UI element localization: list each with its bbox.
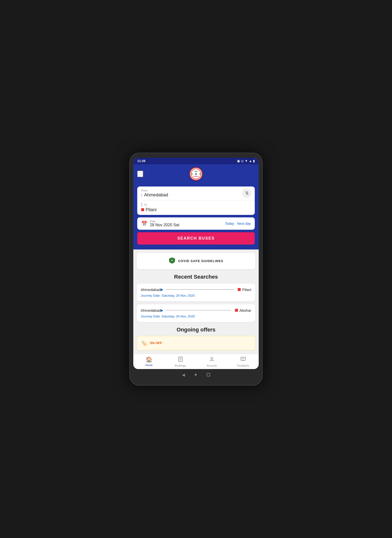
- account-label: Account: [207, 364, 217, 367]
- route-from-2: Ahmedabad: [141, 308, 161, 312]
- date-label: Date: [150, 220, 179, 223]
- device-nav-bar: ◀: [133, 369, 259, 378]
- status-time: 11:26: [137, 159, 145, 163]
- from-field[interactable]: From Ahmedabad ⇅: [137, 186, 255, 200]
- bookings-label: Bookings: [175, 364, 186, 367]
- status-bar: 11:26 ▣ ◎ ▼ ▲ ▮: [133, 158, 259, 164]
- signal-icon: ▲: [249, 159, 252, 163]
- svg-rect-12: [241, 357, 245, 360]
- recent-searches-title: Recent Searches: [137, 274, 255, 280]
- feedback-icon: [240, 356, 246, 363]
- from-dots-icon: [141, 193, 142, 197]
- calendar-icon: 📅: [141, 221, 147, 227]
- from-label: From: [141, 189, 251, 192]
- device-recents-button[interactable]: [207, 373, 210, 376]
- journey-date-1: Journey Date: Saturday, 28 Nov, 2020: [141, 294, 251, 297]
- back-button[interactable]: ◀: [182, 372, 185, 377]
- device-home-button[interactable]: [195, 374, 197, 376]
- feedback-label: Feedback: [237, 364, 249, 367]
- content-area: + COVID SAFE GUIDELINES Recent Searches …: [133, 249, 259, 354]
- device-screen: 11:26 ▣ ◎ ▼ ▲ ▮ ☰: [133, 158, 259, 369]
- date-info: Date 28 Nov 2020 Sat: [150, 220, 179, 227]
- route-to-icon-1: [238, 288, 241, 291]
- route-row-2: Ahmedabad ▶ Abohar: [141, 308, 251, 312]
- account-icon: [209, 356, 215, 363]
- nav-item-home[interactable]: 🏠 Home: [133, 354, 165, 369]
- app-header: ☰ AMIT A TRAVELS 🌿: [133, 164, 259, 184]
- next-day-button[interactable]: Next day: [237, 222, 251, 226]
- battery-icon: ▮: [253, 159, 255, 163]
- route-row-1: Ahmedabad ▶ Pilani: [141, 288, 251, 292]
- svg-text:+: +: [171, 258, 173, 262]
- sim-icon: ▣: [237, 159, 240, 163]
- swap-button[interactable]: ⇅: [242, 188, 252, 198]
- search-result-2[interactable]: Ahmedabad ▶ Abohar Journey Date: Saturda…: [137, 304, 255, 322]
- search-result-1[interactable]: Ahmedabad ▶ Pilani Journey Date: Saturda…: [137, 284, 255, 301]
- bookings-icon: [178, 356, 183, 363]
- home-icon: 🏠: [146, 356, 152, 363]
- search-section: From Ahmedabad ⇅: [133, 184, 259, 249]
- route-to-icon-2: [235, 309, 238, 312]
- route-from-1: Ahmedabad: [141, 288, 161, 292]
- svg-text:TRAVELS: TRAVELS: [193, 176, 199, 177]
- ongoing-offers-title: Ongoing offers: [137, 327, 255, 333]
- svg-text:A: A: [195, 172, 197, 175]
- shield-svg: +: [169, 257, 176, 264]
- today-button[interactable]: Today: [225, 222, 234, 226]
- journey-date-2: Journey Date: Saturday, 28 Nov, 2020: [141, 314, 251, 318]
- covid-banner[interactable]: + COVID SAFE GUIDELINES: [137, 253, 255, 269]
- logo-svg: AMIT A TRAVELS 🌿 🌿: [191, 168, 201, 179]
- offer-card[interactable]: 🏷️ 5% OFF: [137, 336, 255, 350]
- device-frame: 11:26 ▣ ◎ ▼ ▲ ▮ ☰: [129, 153, 263, 386]
- date-value: 28 Nov 2020 Sat: [150, 223, 179, 227]
- wifi-icon: ▼: [245, 159, 248, 163]
- search-buses-button[interactable]: SEARCH BUSES: [137, 232, 255, 245]
- nav-item-bookings[interactable]: Bookings: [165, 354, 196, 369]
- route-arrow-2: ▶: [161, 308, 163, 312]
- home-label: Home: [145, 364, 153, 367]
- route-to-2: Abohar: [239, 308, 251, 312]
- route-arrow-1: ▶: [161, 288, 163, 291]
- svg-text:🌿: 🌿: [191, 173, 193, 175]
- route-to-1: Pilani: [242, 288, 251, 292]
- from-value: Ahmedabad: [144, 192, 168, 198]
- to-dots-icon: [141, 203, 142, 207]
- to-red-square-icon: [141, 208, 144, 211]
- route-line-2: [166, 310, 231, 310]
- location-icon: ◎: [241, 159, 244, 163]
- offer-percent: 5% OFF: [150, 341, 162, 345]
- route-line-1: [166, 289, 234, 290]
- to-label: To: [141, 203, 251, 207]
- logo-inner: AMIT A TRAVELS 🌿 🌿: [190, 168, 202, 180]
- bottom-nav: 🏠 Home Bookings: [133, 354, 259, 369]
- svg-text:AMIT: AMIT: [194, 171, 198, 172]
- to-value: Pilani: [146, 207, 157, 212]
- route-card: From Ahmedabad ⇅: [137, 186, 255, 215]
- date-right: Today Next day: [225, 222, 251, 226]
- covid-text: COVID SAFE GUIDELINES: [178, 259, 223, 263]
- hamburger-icon: ☰: [138, 171, 143, 177]
- nav-item-account[interactable]: Account: [196, 354, 227, 369]
- covid-shield-icon: +: [169, 257, 176, 265]
- to-field[interactable]: To Pilani: [137, 200, 255, 215]
- logo: AMIT A TRAVELS 🌿 🌿: [189, 167, 203, 181]
- date-card[interactable]: 📅 Date 28 Nov 2020 Sat Today Next day: [137, 217, 255, 230]
- date-left: 📅 Date 28 Nov 2020 Sat: [141, 220, 179, 227]
- nav-item-feedback[interactable]: Feedback: [227, 354, 259, 369]
- hamburger-button[interactable]: ☰: [137, 171, 143, 177]
- svg-text:🌿: 🌿: [199, 173, 201, 175]
- offer-tag-icon: 🏷️: [141, 340, 147, 346]
- svg-point-11: [211, 357, 213, 359]
- status-icons: ▣ ◎ ▼ ▲ ▮: [237, 159, 255, 163]
